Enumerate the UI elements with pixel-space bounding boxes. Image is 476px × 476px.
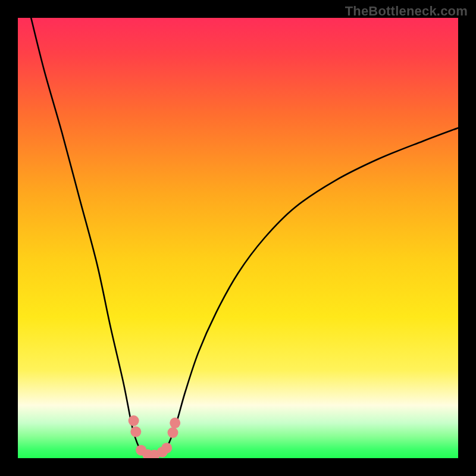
bottleneck-chart bbox=[18, 18, 458, 458]
data-marker bbox=[129, 415, 139, 426]
data-marker bbox=[130, 427, 141, 437]
plot-area bbox=[18, 18, 458, 458]
bottleneck-curve bbox=[31, 18, 458, 457]
data-marker bbox=[167, 427, 178, 438]
watermark-text: TheBottleneck.com bbox=[345, 4, 468, 19]
chart-frame: TheBottleneck.com bbox=[0, 0, 476, 476]
data-marker bbox=[170, 418, 180, 428]
data-markers bbox=[129, 415, 181, 458]
data-marker bbox=[161, 443, 172, 453]
